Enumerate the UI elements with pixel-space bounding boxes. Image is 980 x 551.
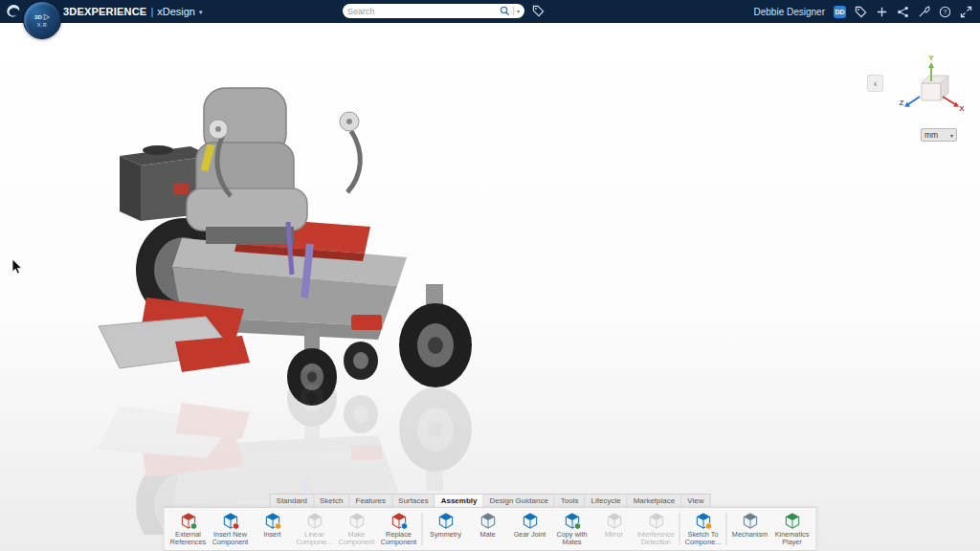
toolbar-group-separator (679, 513, 680, 546)
topbar-action-icons: ? (855, 6, 972, 18)
tag-icon[interactable] (855, 6, 867, 18)
ribbon-tabs: StandardSketchFeaturesSurfacesAssemblyDe… (270, 494, 711, 507)
toolbar-item-label: External References (168, 531, 209, 548)
compass-3d-label: 3D (34, 14, 42, 20)
viewport-canvas[interactable]: ‹ Y X Z mm ▾ (0, 23, 980, 551)
mate-icon (479, 512, 497, 530)
sketch-to-component-icon (694, 512, 712, 530)
triad-x-label: X (959, 104, 965, 113)
ribbon-toolbar: External ReferencesInsert New ComponentI… (164, 507, 817, 551)
toolbar-item-label: Mirror (605, 531, 623, 540)
mechanism-icon (741, 512, 759, 530)
toolbar-item-label: Mechanism (732, 531, 768, 540)
compass-circle[interactable]: 3D ▷ X,R (23, 1, 61, 39)
linear-component-icon (305, 512, 323, 530)
user-avatar[interactable]: DD (834, 6, 846, 18)
triad-z-label: Z (900, 99, 904, 107)
tab-standard[interactable]: Standard (270, 494, 314, 507)
svg-text:?: ? (944, 8, 947, 14)
3ds-logo-icon[interactable] (5, 3, 21, 19)
tab-assembly[interactable]: Assembly (435, 494, 484, 507)
tab-sketch[interactable]: Sketch (314, 494, 349, 507)
toolbar-item-symmetry[interactable]: Symmetry (425, 510, 467, 549)
toolbar-item-label: Insert New Component (211, 531, 251, 548)
gear-joint-icon (521, 512, 539, 530)
fullscreen-icon[interactable] (960, 6, 972, 18)
action-ribbon: StandardSketchFeaturesSurfacesAssemblyDe… (164, 494, 817, 551)
toolbar-item-replace-component[interactable]: Replace Component (378, 510, 420, 549)
orientation-triad[interactable]: Y X Z (898, 54, 967, 124)
tab-marketplace[interactable]: Marketplace (628, 494, 682, 507)
compass-xr-label: X,R (37, 22, 48, 28)
toolbar-group-separator (726, 513, 727, 546)
symmetry-icon (436, 512, 455, 530)
model-lawn-mower[interactable] (91, 76, 474, 535)
compass-play-icon[interactable]: ▷ (44, 13, 50, 21)
toolbar-group-separator (422, 513, 423, 546)
toolbar-item-label: Copy with Mates (552, 531, 592, 548)
toolbar-item-insert[interactable]: Insert (252, 510, 294, 549)
toolbar-item-make-component: Make Component (336, 510, 378, 549)
chevron-left-icon: ‹ (874, 77, 878, 89)
search-icon[interactable] (500, 6, 510, 16)
units-dropdown[interactable]: mm ▾ (921, 128, 957, 142)
brand-title: 3DEXPERIENCE (63, 6, 146, 17)
toolbar-item-label: Sketch To Compone... (683, 531, 724, 548)
toolbar-item-label: Mate (479, 531, 495, 540)
tab-features[interactable]: Features (350, 494, 393, 507)
help-icon[interactable]: ? (939, 6, 951, 18)
toolbar-item-label: Kinematics Player (772, 531, 813, 548)
toolbar-item-label: Linear Compone... (295, 531, 335, 548)
tab-lifecycle[interactable]: Lifecycle (586, 494, 628, 507)
search-input[interactable] (347, 7, 497, 16)
xdesign-app-window: 3DEXPERIENCE | xDesign ▾ ▾ Debbie Design… (0, 0, 980, 551)
toolbar-item-insert-new-component[interactable]: Insert New Component (210, 510, 252, 549)
app-name[interactable]: xDesign (157, 6, 195, 17)
insert-new-component-icon (221, 512, 239, 530)
toolbar-item-mate[interactable]: Mate (467, 510, 509, 549)
3dexperience-compass[interactable]: 3D ▷ X,R (23, 1, 61, 43)
toolbar-item-external-references[interactable]: External References (167, 510, 210, 549)
collapse-panel-button[interactable]: ‹ (867, 75, 883, 92)
brand-divider: | (150, 6, 153, 17)
insert-icon (263, 512, 281, 530)
toolbar-item-kinematics-player[interactable]: Kinematics Player (771, 510, 813, 549)
app-switcher-chevron-icon[interactable]: ▾ (199, 9, 203, 16)
mirror-icon (605, 512, 623, 530)
topbar-right-cluster: Debbie Designer DD ? (754, 0, 973, 23)
tab-view[interactable]: View (681, 494, 710, 507)
external-references-icon (179, 512, 197, 530)
toolbar-item-sketch-to-component[interactable]: Sketch To Compone... (682, 510, 724, 549)
toolbar-item-gear-joint[interactable]: Gear Joint (509, 510, 551, 549)
tab-design-guidance[interactable]: Design Guidance (483, 494, 554, 507)
tab-surfaces[interactable]: Surfaces (392, 494, 435, 507)
top-app-bar: 3DEXPERIENCE | xDesign ▾ ▾ Debbie Design… (0, 0, 980, 23)
toolbar-item-mechanism[interactable]: Mechanism (729, 510, 771, 549)
toolbar-item-label: Make Component (337, 531, 377, 548)
share-icon[interactable] (897, 6, 909, 18)
user-name[interactable]: Debbie Designer (754, 7, 826, 17)
toolbar-item-interference-detection: Interference Detection (635, 510, 678, 549)
replace-component-icon (390, 512, 408, 530)
triad-y-label: Y (928, 54, 934, 62)
toolbar-item-linear-component: Linear Compone... (294, 510, 336, 549)
tag-search-icon[interactable] (532, 5, 545, 17)
copy-with-mates-icon (563, 512, 581, 530)
toolbar-item-label: Gear Joint (514, 531, 546, 540)
toolbar-item-label: Interference Detection (636, 531, 677, 548)
toolbar-item-mirror: Mirror (593, 510, 635, 549)
kinematics-player-icon (783, 512, 801, 530)
add-icon[interactable] (876, 6, 888, 18)
toolbar-item-label: Replace Component (379, 531, 419, 548)
toolbar-item-label: Symmetry (430, 531, 461, 540)
search-divider (513, 7, 514, 15)
search-box[interactable]: ▾ (343, 4, 524, 18)
search-options-chevron-icon[interactable]: ▾ (517, 8, 520, 14)
mouse-cursor-icon (11, 258, 23, 276)
make-component-icon (347, 512, 366, 530)
toolbar-item-label: Insert (263, 531, 280, 540)
tab-tools[interactable]: Tools (555, 494, 586, 507)
tools-icon[interactable] (918, 6, 930, 18)
interference-detection-icon (647, 512, 665, 530)
toolbar-item-copy-with-mates[interactable]: Copy with Mates (551, 510, 593, 549)
